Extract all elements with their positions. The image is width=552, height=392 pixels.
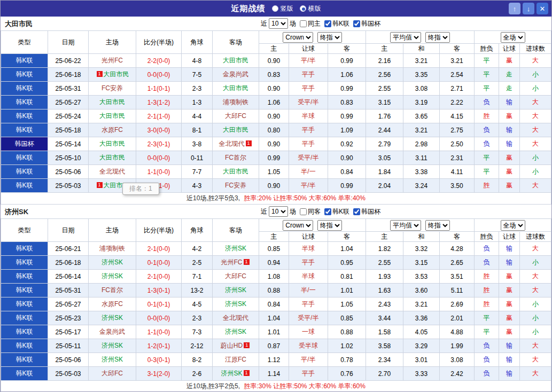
away-odds-cell: 0.95 [328, 256, 366, 270]
corner-cell: 4-3 [182, 179, 213, 193]
horizontal-mode-radio[interactable]: 横版 [300, 4, 321, 13]
away-team-cell: 全北现代1 [213, 137, 259, 151]
avg-away-cell: 2.42 [440, 367, 475, 381]
handicap-cell: 平/半 [289, 179, 328, 193]
average-select[interactable]: 平均值 [390, 220, 421, 231]
close-button[interactable]: ✕ [537, 3, 548, 14]
match-count-select[interactable]: 10 [269, 206, 288, 217]
avg-home-cell: 3.15 [366, 96, 403, 109]
col-type: 类型 [1, 31, 48, 54]
kleague-checkbox[interactable] [324, 20, 331, 27]
radio-icon[interactable] [272, 5, 278, 12]
away-odds-cell: 1.04 [328, 242, 366, 256]
same-venue-filter[interactable]: 同主 [300, 19, 321, 28]
same-venue-checkbox[interactable] [300, 20, 307, 27]
kleague-filter[interactable]: 韩K联 [324, 207, 349, 216]
kleague-filter[interactable]: 韩K联 [324, 19, 349, 28]
league-cell: 韩K联 [1, 123, 48, 137]
league-cell: 韩K联 [1, 68, 48, 82]
score-cell: 0-0(0-0) [136, 68, 182, 82]
col-odds-handicap: 让球 [289, 44, 328, 54]
result-wdl-cell: 平 [475, 165, 499, 179]
result-goals-cell: 小 [520, 151, 551, 165]
match-count-select[interactable]: 10 [269, 18, 288, 29]
league-cell: 韩K联 [1, 179, 48, 193]
match-row: 韩K联25-05-031大田市民2-1(1-0)4-3FC安养0.90平/半0.… [1, 179, 551, 193]
same-venue-filter[interactable]: 同客 [300, 207, 321, 216]
match-row: 韩国杯25-05-14大田市民2-3(0-1)3-8全北现代10.90平手0.9… [1, 137, 551, 151]
result-handicap-cell: 输 [499, 367, 520, 381]
away-team-cell: 全北现代 [213, 311, 259, 325]
bookmaker-select[interactable]: Crown [283, 220, 313, 231]
scroll-up-button[interactable]: ↑ [509, 3, 520, 14]
kleague-checkbox[interactable] [324, 208, 331, 215]
date-cell: 25-05-27 [48, 297, 89, 311]
away-team-cell: 济州SK [213, 325, 259, 339]
date-cell: 25-05-18 [48, 123, 89, 137]
cup-filter[interactable]: 韩国杯 [353, 207, 380, 216]
away-odds-cell: 0.99 [328, 54, 366, 68]
corner-cell: 8-2 [182, 353, 213, 367]
date-cell: 25-06-14 [48, 270, 89, 284]
avg-draw-cell: 3.29 [403, 339, 440, 353]
scope-select[interactable]: 全场 [501, 220, 525, 231]
away-team-cell: 大邱FC [213, 109, 259, 123]
col-res-goals: 进球数 [520, 232, 551, 242]
home-team-cell: 济州SK [89, 256, 136, 270]
radio-selected-icon[interactable] [300, 5, 306, 12]
result-goals-cell: 大 [520, 367, 551, 381]
away-team-cell: 大田市民 [213, 54, 259, 68]
away-odds-cell: 0.99 [328, 179, 366, 193]
recent-results-window: 近期战绩 竖版 横版 ↑ ↓ ✕ 大田市民 近 10 场 同主 韩K联 [0, 0, 552, 392]
handicap-cell: 平/半 [289, 353, 328, 367]
rank-tooltip: 排名：1 [122, 183, 159, 195]
cup-filter[interactable]: 韩国杯 [353, 19, 380, 28]
handicap-cell: 受平/半 [289, 151, 328, 165]
bookmaker-select[interactable]: Crown [283, 32, 313, 43]
cup-checkbox[interactable] [353, 208, 360, 215]
col-res-goals: 进球数 [520, 44, 551, 54]
league-cell: 韩K联 [1, 82, 48, 96]
same-venue-checkbox[interactable] [300, 208, 307, 215]
away-odds-cell: 1.09 [328, 123, 366, 137]
kleague-label: 韩K联 [332, 19, 349, 28]
avg-draw-cell: 3.19 [403, 96, 440, 109]
score-cell: 3-1(2-0) [136, 367, 182, 381]
scope-select[interactable]: 全场 [501, 32, 525, 43]
home-team-cell: 全北现代 [89, 165, 136, 179]
avg-draw-cell: 3.35 [403, 68, 440, 82]
result-handicap-cell: 赢 [499, 179, 520, 193]
league-cell: 韩K联 [1, 165, 48, 179]
result-handicap-cell: 走 [499, 68, 520, 82]
final-index-select-2[interactable]: 终指 [425, 220, 450, 231]
cup-checkbox[interactable] [353, 20, 360, 27]
date-cell: 25-05-10 [48, 151, 89, 165]
handicap-cell: 半球 [289, 270, 328, 284]
avg-away-cell: 5.11 [440, 284, 475, 297]
scroll-down-button[interactable]: ↓ [523, 3, 534, 14]
final-index-select-2[interactable]: 终指 [425, 32, 450, 43]
corner-cell: 3-8 [182, 137, 213, 151]
final-index-select[interactable]: 终指 [317, 220, 342, 231]
results-table: 类型 日期 主场 比分(半场) 角球 客场 Crown 终指 平均值 终指 [1, 218, 551, 392]
away-odds-cell: 0.76 [328, 367, 366, 381]
average-select[interactable]: 平均值 [390, 32, 421, 43]
col-corner: 角球 [182, 219, 213, 242]
result-goals-cell: 小 [520, 297, 551, 311]
vertical-mode-radio[interactable]: 竖版 [272, 4, 293, 13]
date-cell: 25-06-22 [48, 54, 89, 68]
home-team-cell: 济州SK [89, 339, 136, 353]
away-team-cell: 济州SK [213, 284, 259, 297]
result-wdl-cell: 胜 [475, 284, 499, 297]
avg-draw-cell: 3.15 [403, 256, 440, 270]
final-index-select[interactable]: 终指 [317, 32, 342, 43]
result-wdl-cell: 负 [475, 256, 499, 270]
date-cell: 25-05-06 [48, 165, 89, 179]
col-home: 主场 [89, 219, 136, 242]
home-team-cell: 浦项制铁 [89, 242, 136, 256]
home-odds-cell: 0.83 [259, 68, 289, 82]
league-cell: 韩K联 [1, 311, 48, 325]
result-handicap-cell: 输 [499, 353, 520, 367]
result-goals-cell: 大 [520, 96, 551, 109]
col-res-handicap: 让球 [499, 232, 520, 242]
